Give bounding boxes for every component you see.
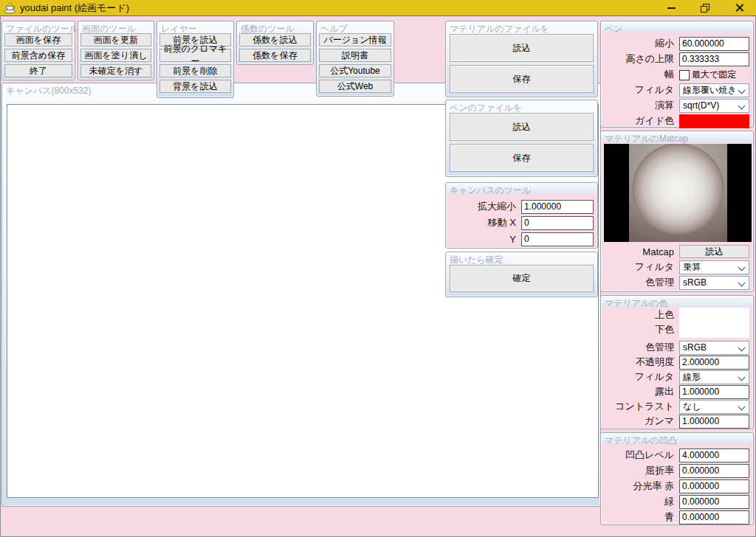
- spectral-green-label: 緑: [604, 495, 679, 508]
- matcap-filter-select[interactable]: 乗算: [679, 260, 749, 274]
- pen-height-limit-label: 高さの上限: [604, 52, 679, 66]
- material-color-mgmt-row: 色管理 sRGB: [604, 340, 753, 355]
- canvas-move-y-row: Y: [449, 232, 597, 246]
- pen-filter-value: 線形覆い焼き: [683, 84, 737, 97]
- group-screen-tools: 画面のツール 画面を更新 画面を塗り潰し 未確定を消す: [78, 21, 154, 80]
- material-filter-value: 線形: [683, 371, 701, 384]
- spectral-green-row: 緑: [604, 494, 753, 509]
- version-info-button[interactable]: バージョン情報: [319, 33, 391, 46]
- spectral-red-label: 分光率 赤: [604, 479, 679, 493]
- pen-height-limit-row: 高さの上限: [604, 52, 753, 66]
- restore-icon: [701, 4, 709, 13]
- pen-filter-label: フィルタ: [604, 83, 679, 97]
- manual-button[interactable]: 説明書: [319, 49, 391, 62]
- material-opacity-input[interactable]: [679, 356, 749, 370]
- restore-button[interactable]: [688, 0, 722, 15]
- pen-width-fixed-checkbox[interactable]: [679, 70, 690, 80]
- canvas-move-y-label: Y: [449, 234, 521, 245]
- canvas-move-x-label: 移動 X: [449, 216, 521, 229]
- pen-filter-select[interactable]: 線形覆い焼き: [679, 83, 749, 97]
- title-bar: youdai paint (絵画モード): [0, 0, 756, 16]
- group-canvas-tools: キャンバスのツール 拡大縮小 移動 X Y: [445, 182, 598, 249]
- group-file-tools: ファイルのツール 画面を保存 前景含め保存 終了: [1, 21, 75, 80]
- material-bottom-color-row: 下色: [604, 322, 753, 337]
- spectral-red-input[interactable]: [679, 479, 749, 493]
- pen-title: ペン: [605, 23, 623, 35]
- refraction-input[interactable]: [679, 464, 749, 478]
- window-title: youdai paint (絵画モード): [20, 1, 129, 15]
- group-material-color: マテリアルの色 上色 下色 色管理 sRGB 不透明度 フィルタ 線形 露出 コ…: [600, 295, 754, 429]
- refraction-row: 屈折率: [604, 463, 753, 478]
- save-with-foreground-button[interactable]: 前景含め保存: [4, 49, 72, 62]
- group-pen: ペン 縮小 高さの上限 幅 最大で固定 フィルタ 線形覆い焼き 演算 sqrt(…: [600, 21, 754, 128]
- load-coefficients-button[interactable]: 係数を読込: [239, 33, 311, 46]
- bump-level-input[interactable]: [679, 448, 749, 462]
- foreground-chromakey-button[interactable]: 前景のクロマキー: [159, 49, 231, 62]
- canvas-zoom-row: 拡大縮小: [449, 199, 597, 214]
- group-matcap: マテリアルのMatcap Matcap 読込 フィルタ 乗算 色管理 sRGB: [600, 131, 754, 292]
- material-filter-select[interactable]: 線形: [679, 370, 749, 384]
- material-color-mgmt-label: 色管理: [604, 341, 679, 354]
- matcap-load-row: Matcap 読込: [604, 244, 753, 259]
- pen-filter-row: フィルタ 線形覆い焼き: [604, 83, 753, 97]
- material-exposure-input[interactable]: [679, 385, 749, 399]
- app-window: youdai paint (絵画モード) キャンバス(800x532) ファイル…: [0, 0, 756, 537]
- pen-save-button[interactable]: 保存: [450, 144, 594, 172]
- material-save-button[interactable]: 保存: [450, 65, 594, 93]
- matcap-load-button[interactable]: 読込: [679, 245, 749, 258]
- material-contrast-select[interactable]: なし: [679, 400, 749, 414]
- canvas-group-title: キャンバス(800x532): [6, 85, 91, 97]
- close-icon: [735, 3, 744, 13]
- material-load-button[interactable]: 読込: [450, 34, 594, 62]
- group-pen-file: ペンのファイルを 読込 保存: [445, 100, 598, 177]
- group-confirm: 描いたら確定 確定: [445, 252, 598, 297]
- load-background-button[interactable]: 背景を読込: [159, 80, 231, 93]
- matcap-color-mgmt-value: sRGB: [683, 277, 707, 288]
- canvas-zoom-input[interactable]: [521, 200, 594, 214]
- material-filter-label: フィルタ: [604, 370, 679, 384]
- matcap-label: Matcap: [604, 246, 679, 257]
- material-gamma-label: ガンマ: [604, 415, 679, 428]
- update-screen-button[interactable]: 画面を更新: [80, 33, 151, 46]
- pen-load-button[interactable]: 読込: [450, 113, 594, 141]
- pen-operation-select[interactable]: sqrt(D*V): [679, 99, 749, 113]
- save-coefficients-button[interactable]: 係数を保存: [239, 49, 311, 62]
- pen-width-row: 幅 最大で固定: [604, 67, 753, 82]
- chevron-down-icon: [738, 403, 746, 410]
- pen-scale-input[interactable]: [679, 37, 749, 51]
- minimize-button[interactable]: [654, 0, 688, 15]
- official-youtube-button[interactable]: 公式Youtube: [319, 64, 391, 77]
- minimize-icon: [667, 7, 676, 9]
- app-teacup-icon: [4, 1, 16, 14]
- canvas-move-x-input[interactable]: [521, 216, 594, 230]
- material-contrast-label: コントラスト: [604, 400, 679, 413]
- save-screen-button[interactable]: 画面を保存: [4, 33, 72, 46]
- material-top-color-label: 上色: [604, 308, 679, 322]
- exit-button[interactable]: 終了: [4, 64, 72, 77]
- spectral-green-input[interactable]: [679, 495, 749, 509]
- pen-width-checkbox-label: 最大で固定: [692, 69, 736, 80]
- chevron-down-icon: [738, 102, 746, 109]
- material-color-mgmt-select[interactable]: sRGB: [679, 341, 749, 355]
- erase-unconfirmed-button[interactable]: 未確定を消す: [80, 64, 151, 77]
- close-button[interactable]: [722, 0, 756, 15]
- material-gamma-input[interactable]: [679, 415, 749, 429]
- pen-height-limit-input[interactable]: [679, 52, 749, 66]
- pen-guide-color-swatch[interactable]: [679, 114, 749, 128]
- matcap-preview-panel: [604, 144, 752, 242]
- delete-foreground-button[interactable]: 前景を削除: [159, 64, 231, 77]
- spectral-blue-input[interactable]: [679, 510, 749, 524]
- bump-level-row: 凹凸レベル: [604, 448, 753, 462]
- pen-scale-label: 縮小: [604, 37, 679, 50]
- official-web-button[interactable]: 公式Web: [319, 80, 391, 93]
- bump-level-label: 凹凸レベル: [604, 448, 679, 462]
- chevron-down-icon: [738, 263, 746, 271]
- material-gamma-row: ガンマ: [604, 414, 753, 429]
- matcap-color-mgmt-label: 色管理: [604, 276, 679, 289]
- confirm-button[interactable]: 確定: [450, 265, 594, 292]
- material-exposure-label: 露出: [604, 385, 679, 398]
- material-opacity-label: 不透明度: [604, 356, 679, 369]
- matcap-color-mgmt-select[interactable]: sRGB: [679, 276, 749, 290]
- fill-screen-button[interactable]: 画面を塗り潰し: [80, 49, 151, 62]
- canvas-move-y-input[interactable]: [521, 232, 594, 246]
